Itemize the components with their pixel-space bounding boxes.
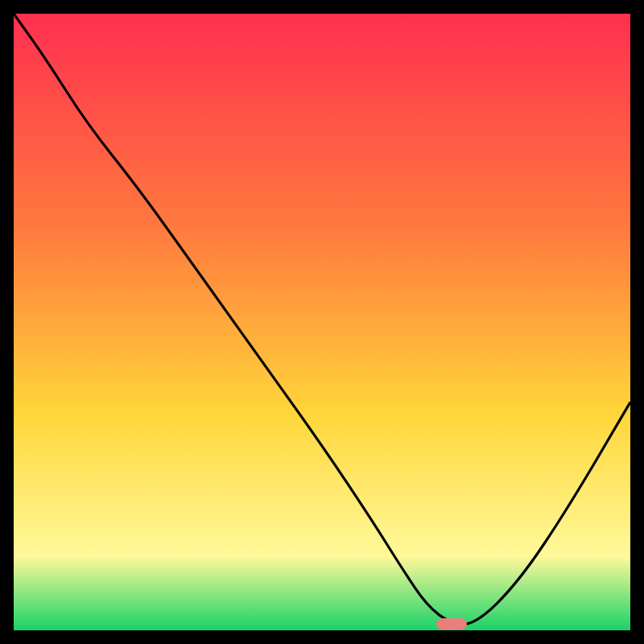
optimal-point-marker <box>436 618 467 630</box>
chart-frame: TheBottleneck.com <box>14 14 630 630</box>
bottleneck-plot <box>14 14 630 630</box>
gradient-background <box>14 14 630 630</box>
